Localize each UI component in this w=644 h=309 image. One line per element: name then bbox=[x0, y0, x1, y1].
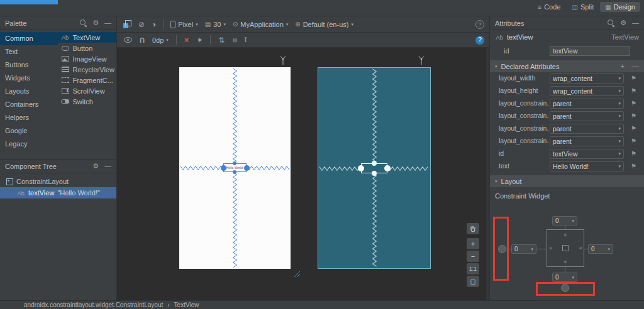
palette-components: Ab TextView Button ImageView RecyclerVie… bbox=[58, 30, 117, 151]
gear-icon[interactable]: ⚙ bbox=[92, 19, 99, 26]
tree-item-constraintlayout[interactable]: ConstraintLayout bbox=[0, 176, 116, 187]
attr-value-combo[interactable]: parent▾ bbox=[550, 136, 624, 146]
gear-icon[interactable]: ⚙ bbox=[620, 19, 626, 26]
constraint-chevron-bottom[interactable]: « bbox=[562, 260, 568, 263]
pack-icon[interactable]: ⇅ bbox=[218, 36, 225, 44]
issues-icon[interactable]: ? bbox=[475, 20, 484, 29]
palette-category-containers[interactable]: Containers bbox=[0, 98, 58, 111]
margin-right-combo[interactable]: 0▾ bbox=[588, 244, 613, 254]
design-surface-icon[interactable] bbox=[123, 20, 131, 28]
resize-handle-icon[interactable] bbox=[293, 270, 301, 278]
view-options-icon[interactable] bbox=[124, 37, 132, 43]
palette-category-text[interactable]: Text bbox=[0, 45, 58, 58]
flag-icon[interactable]: ⚑ bbox=[631, 87, 636, 94]
night-mode-icon[interactable]: ⊘ bbox=[138, 21, 145, 28]
default-margin-selector[interactable]: 0dp ▾ bbox=[152, 36, 169, 44]
flag-icon[interactable]: ⚑ bbox=[631, 138, 636, 144]
gear-icon[interactable]: ⚙ bbox=[92, 163, 99, 170]
palette-category-buttons[interactable]: Buttons bbox=[0, 58, 58, 72]
palette-item-scrollview[interactable]: ScrollView bbox=[58, 85, 117, 96]
attr-value-combo[interactable]: parent▾ bbox=[550, 99, 624, 109]
clear-constraints-icon[interactable]: × bbox=[184, 35, 189, 45]
attr-value-combo[interactable]: parent▾ bbox=[550, 111, 624, 121]
flag-icon[interactable]: ⚑ bbox=[631, 75, 636, 82]
margin-top-combo[interactable]: 0▾ bbox=[552, 216, 577, 225]
anchor-top[interactable] bbox=[372, 161, 377, 166]
design-canvas[interactable]: Hello World! bbox=[117, 48, 489, 300]
constraint-chevron-left[interactable]: » bbox=[549, 246, 552, 251]
palette-category-layouts[interactable]: Layouts bbox=[0, 85, 58, 98]
minimize-icon[interactable]: — bbox=[632, 19, 639, 26]
api-selector[interactable]: ▤ 30 ▾ bbox=[205, 21, 226, 28]
ui-mode-icon[interactable]: ◑ bbox=[152, 21, 156, 28]
anchor-bottom[interactable] bbox=[372, 171, 377, 176]
breadcrumb-constraintlayout[interactable]: androidx.constraintlayout.widget.Constra… bbox=[24, 301, 163, 308]
breadcrumb-textview[interactable]: TextView bbox=[174, 301, 199, 308]
tab-code[interactable]: ≡ Code bbox=[533, 2, 565, 12]
align-icon[interactable]: ≡ bbox=[231, 38, 238, 42]
pan-button[interactable] bbox=[467, 223, 479, 234]
search-icon[interactable] bbox=[80, 19, 87, 26]
attr-value-combo[interactable]: wrap_content▾ bbox=[550, 86, 624, 96]
zoom-out-button[interactable]: − bbox=[467, 251, 479, 262]
minimize-icon[interactable]: — bbox=[104, 163, 111, 170]
anchor-right[interactable] bbox=[244, 165, 250, 171]
help-icon[interactable]: ? bbox=[475, 36, 484, 45]
margin-bottom-combo[interactable]: 0▾ bbox=[552, 273, 577, 282]
locale-selector[interactable]: ⊕ Default (en-us) ▾ bbox=[295, 21, 353, 28]
flag-icon[interactable]: ⚑ bbox=[631, 100, 636, 107]
constraint-chevron-right[interactable]: « bbox=[579, 246, 582, 251]
anchor-bottom[interactable] bbox=[233, 170, 236, 174]
attr-value-combo[interactable]: textView▾ bbox=[550, 149, 624, 159]
palette-category-common[interactable]: Common bbox=[0, 32, 58, 45]
tab-design[interactable]: ▦ Design bbox=[600, 2, 640, 12]
flag-icon[interactable]: ⚑ bbox=[631, 112, 636, 119]
flag-icon[interactable]: ⚑ bbox=[631, 163, 636, 170]
palette-category-helpers[interactable]: Helpers bbox=[0, 111, 58, 124]
zoom-to-fit-button[interactable]: ◻ bbox=[467, 276, 479, 287]
guidelines-icon[interactable]: I bbox=[245, 35, 247, 45]
tab-split[interactable]: ◫ Split bbox=[567, 2, 599, 12]
anchor-right[interactable] bbox=[384, 165, 391, 171]
id-input[interactable] bbox=[550, 46, 630, 56]
flag-icon[interactable]: ⚑ bbox=[631, 150, 636, 157]
palette-item-fragment[interactable]: FragmentC... bbox=[58, 75, 117, 85]
zoom-actual-size-button[interactable]: 1:1 bbox=[467, 263, 479, 274]
delete-bottom-constraint-button[interactable] bbox=[561, 284, 569, 292]
anchor-left[interactable] bbox=[221, 165, 226, 171]
palette-item-recyclerview[interactable]: RecyclerView bbox=[58, 64, 117, 75]
zoom-in-button[interactable]: + bbox=[467, 238, 479, 249]
remove-attribute-icon[interactable]: — bbox=[632, 63, 639, 70]
flag-icon[interactable]: ⚑ bbox=[631, 125, 636, 132]
palette-category-legacy[interactable]: Legacy bbox=[0, 138, 58, 151]
anchor-left[interactable] bbox=[358, 165, 364, 171]
palette-category-google[interactable]: Google bbox=[0, 124, 58, 138]
attr-value-combo[interactable]: parent▾ bbox=[550, 124, 624, 134]
chevron-down-icon: ▾ bbox=[618, 89, 621, 94]
margin-left-combo[interactable]: 0▾ bbox=[511, 244, 536, 254]
palette-category-widgets[interactable]: Widgets bbox=[0, 72, 58, 85]
constraint-chevron-top[interactable]: » bbox=[562, 233, 568, 236]
section-declared-attributes[interactable]: ▾ Declared Attributes + — bbox=[490, 60, 644, 72]
search-icon[interactable] bbox=[608, 19, 614, 26]
device-selector[interactable]: Pixel ▾ bbox=[170, 21, 197, 28]
palette-item-textview[interactable]: Ab TextView bbox=[58, 32, 117, 43]
theme-icon: ⊙ bbox=[233, 21, 238, 28]
minimize-icon[interactable]: — bbox=[104, 19, 111, 26]
palette-item-switch[interactable]: Switch bbox=[58, 96, 117, 107]
constraint-widget-square[interactable]: » « » « bbox=[547, 229, 584, 267]
tree-item-textview[interactable]: Ab textView "Hello World!" bbox=[0, 187, 116, 198]
palette-item-imageview[interactable]: ImageView bbox=[58, 53, 117, 64]
infer-constraints-icon[interactable]: ✶ bbox=[196, 36, 203, 44]
section-layout[interactable]: ▾ Layout bbox=[490, 175, 644, 187]
theme-selector[interactable]: ⊙ MyApplication ▾ bbox=[233, 21, 288, 28]
autoconnect-magnet-icon[interactable]: U bbox=[140, 36, 145, 44]
attr-value-combo[interactable]: wrap_content▾ bbox=[550, 73, 624, 84]
delete-left-constraint-button[interactable] bbox=[498, 245, 506, 253]
add-attribute-icon[interactable]: + bbox=[621, 63, 625, 70]
device-screen-design[interactable]: Hello World! bbox=[179, 67, 291, 269]
anchor-top[interactable] bbox=[233, 161, 236, 165]
device-screen-blueprint[interactable] bbox=[318, 67, 431, 269]
palette-item-button[interactable]: Button bbox=[58, 43, 117, 53]
attr-value-combo[interactable]: Hello World!▾ bbox=[550, 161, 624, 171]
